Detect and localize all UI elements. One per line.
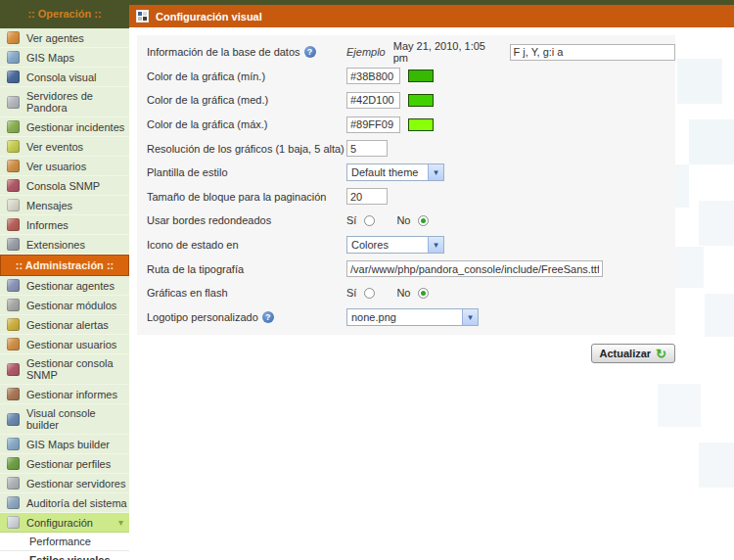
pagination-block-label: Tamaño de bloque para la paginación [147, 191, 326, 203]
deco-square [689, 119, 734, 164]
page-title: Configuración visual [156, 11, 262, 23]
sidebar-item-gestionar-modulos[interactable]: Gestionar módulos [0, 296, 129, 315]
sidebar-item-informes[interactable]: Informes [0, 215, 129, 235]
style-template-label: Plantilla de estilo [147, 166, 228, 178]
color-max-input[interactable] [346, 117, 400, 133]
resolution-input[interactable] [346, 140, 388, 157]
chevron-down-icon: ▾ [118, 517, 127, 528]
flash-charts-yes-radio[interactable] [364, 288, 375, 299]
snmp-console-icon [7, 179, 20, 192]
manage-profiles-icon [7, 457, 20, 470]
audit-icon [7, 496, 20, 509]
date-format-input[interactable] [510, 44, 675, 61]
form-row-status-icon: Icono de estado en Colores ▾ [137, 233, 675, 257]
custom-logo-select[interactable]: none.png ▾ [346, 308, 479, 326]
color-max-label: Color de la gráfica (máx.) [147, 118, 268, 130]
deco-square [699, 201, 734, 246]
manage-snmp-icon [7, 363, 20, 376]
form-row-color-min: Color de la gráfica (mín.) [137, 65, 675, 89]
manage-users-icon [7, 338, 20, 350]
extensions-icon [7, 238, 20, 251]
sidebar-item-gestionar-alertas[interactable]: Gestionar alertas [0, 315, 129, 335]
pagination-block-input[interactable] [346, 188, 388, 205]
sidebar-item-gestionar-usuarios[interactable]: Gestionar usuarios [0, 335, 129, 354]
events-icon [7, 140, 20, 153]
color-med-input[interactable] [346, 92, 400, 109]
status-icon-select[interactable]: Colores ▾ [346, 236, 444, 254]
sidebar-section-administration: :: Administración :: [0, 255, 129, 276]
agents-icon [7, 31, 20, 44]
sidebar-item-gis-maps-builder[interactable]: GIS Maps builder [0, 435, 129, 454]
sidebar-item-ver-agentes[interactable]: Ver agentes [0, 28, 129, 48]
color-min-swatch[interactable] [408, 70, 434, 82]
form-row-color-max: Color de la gráfica (máx.) [137, 113, 675, 137]
form-row-db-info: Información de la base de datos Ejemplo … [137, 40, 675, 65]
configuracion-submenu: Performance Estilos visuales [0, 533, 129, 560]
deco-square [677, 59, 722, 104]
manage-servers-icon [7, 477, 20, 490]
operation-menu: Ver agentes GIS Maps Consola visual Serv… [0, 28, 129, 255]
deco-square [699, 443, 734, 488]
incidents-icon [7, 120, 20, 133]
sidebar-item-extensiones[interactable]: Extensiones [0, 235, 129, 255]
flash-charts-no-radio[interactable] [418, 288, 429, 299]
sidebar: :: Operación :: Ver agentes GIS Maps Con… [0, 0, 129, 560]
sidebar-item-gis-maps[interactable]: GIS Maps [0, 48, 129, 68]
sidebar-item-ver-usuarios[interactable]: Ver usuarios [0, 157, 129, 176]
submenu-item-estilos-visuales[interactable]: Estilos visuales [0, 551, 129, 560]
update-button[interactable]: Actualizar ↻ [591, 344, 675, 363]
color-min-label: Color de la gráfica (mín.) [147, 70, 265, 82]
sidebar-item-consola-visual[interactable]: Consola visual [0, 68, 129, 87]
color-max-swatch[interactable] [408, 118, 434, 131]
main-content: Configuración visual Información de la b… [129, 0, 734, 560]
pandora-console-page: :: Operación :: Ver agentes GIS Maps Con… [0, 0, 734, 560]
visual-builder-icon [7, 413, 20, 426]
visual-console-icon [7, 70, 20, 83]
rounded-borders-no-radio[interactable] [418, 215, 429, 226]
select-arrow-icon: ▾ [462, 309, 478, 325]
color-med-swatch[interactable] [408, 94, 434, 107]
deco-square [705, 294, 734, 337]
form-actions: Actualizar ↻ [137, 344, 675, 363]
color-med-label: Color de la gráfica (med.) [147, 94, 268, 106]
help-icon[interactable] [304, 46, 316, 58]
help-icon[interactable] [262, 311, 274, 323]
flash-charts-label: Gráficas en flash [147, 287, 228, 299]
color-min-input[interactable] [346, 68, 400, 84]
manage-modules-icon [7, 299, 20, 311]
form-row-flash-charts: Gráficas en flash Sí No [137, 281, 675, 305]
sidebar-item-gestionar-perfiles[interactable]: Gestionar perfiles [0, 454, 129, 474]
form-row-pagination-block: Tamaño de bloque para la paginación [137, 185, 675, 210]
form-row-resolution: Resolución de los gráficos (1 baja, 5 al… [137, 136, 675, 161]
rounded-borders-yes-radio[interactable] [364, 215, 375, 226]
style-template-select[interactable]: Default theme ▾ [346, 163, 444, 181]
sidebar-item-ver-eventos[interactable]: Ver eventos [0, 137, 129, 157]
messages-icon [7, 199, 20, 211]
example-prefix: Ejemplo [346, 46, 386, 58]
setup-icon [7, 516, 20, 529]
sidebar-item-auditoria[interactable]: Auditoría del sistema [0, 493, 129, 513]
page-title-bar: Configuración visual [129, 5, 734, 27]
form-row-font-path: Ruta de la tipografía [137, 257, 675, 281]
sidebar-item-consola-snmp[interactable]: Consola SNMP [0, 176, 129, 196]
select-arrow-icon: ▾ [428, 164, 443, 180]
gis-builder-icon [7, 438, 20, 450]
gis-maps-icon [7, 51, 20, 64]
sidebar-item-gestionar-consola-snmp[interactable]: Gestionar consola SNMP [0, 354, 129, 385]
submenu-item-performance[interactable]: Performance [0, 533, 129, 551]
sidebar-item-visual-console-builder[interactable]: Visual console builder [0, 404, 129, 435]
sidebar-item-gestionar-informes[interactable]: Gestionar informes [0, 385, 129, 404]
manage-reports-icon [7, 388, 20, 400]
rounded-borders-label: Usar bordes redondeados [147, 214, 271, 226]
sidebar-item-servidores-pandora[interactable]: Servidores de Pandora [0, 87, 129, 117]
sidebar-item-gestionar-agentes[interactable]: Gestionar agentes [0, 276, 129, 296]
sidebar-item-configuracion[interactable]: Configuración ▾ [0, 513, 129, 533]
sidebar-item-gestionar-incidentes[interactable]: Gestionar incidentes [0, 117, 129, 137]
sidebar-item-gestionar-servidores[interactable]: Gestionar servidores [0, 474, 129, 493]
form-row-rounded-borders: Usar bordes redondeados Sí No [137, 209, 675, 233]
sidebar-item-mensajes[interactable]: Mensajes [0, 196, 129, 215]
visual-setup-icon [136, 10, 149, 23]
form-row-color-med: Color de la gráfica (med.) [137, 88, 675, 113]
form-row-custom-logo: Logotipo personalizado none.png ▾ [137, 305, 675, 330]
font-path-input[interactable] [346, 260, 603, 277]
